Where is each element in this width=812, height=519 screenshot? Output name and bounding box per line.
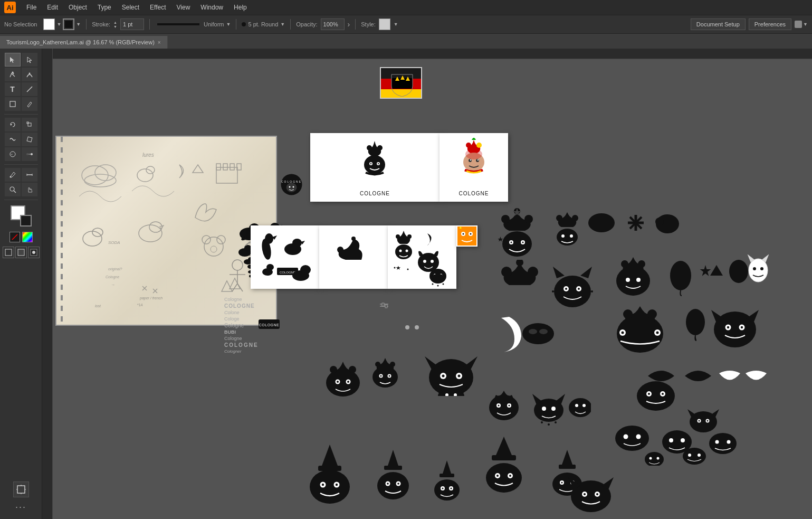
bat-face-bottom-1 xyxy=(322,357,364,401)
svg-rect-3 xyxy=(10,101,15,107)
svg-point-271 xyxy=(486,463,522,493)
mask-mode-icon[interactable] xyxy=(15,247,27,258)
svg-rect-24 xyxy=(17,486,25,493)
line-tool[interactable] xyxy=(22,82,37,96)
svg-point-274 xyxy=(496,475,499,477)
svg-point-179 xyxy=(501,267,512,277)
svg-point-322 xyxy=(709,433,737,454)
svg-text:→: → xyxy=(111,282,115,287)
direct-select-tool[interactable] xyxy=(22,53,37,67)
svg-point-172 xyxy=(588,213,615,232)
normal-mode-icon[interactable] xyxy=(3,247,14,258)
rotate-tool[interactable] xyxy=(5,118,21,131)
svg-text:paper / french: paper / french xyxy=(139,296,163,300)
fill-swatch[interactable] xyxy=(43,18,55,30)
style-swatch[interactable] xyxy=(379,18,390,30)
svg-text:*14: *14 xyxy=(137,303,143,307)
svg-point-205 xyxy=(522,323,554,344)
svg-point-209 xyxy=(415,325,419,329)
menu-help[interactable]: Help xyxy=(230,2,251,13)
svg-point-287 xyxy=(584,493,586,495)
scale-tool[interactable] xyxy=(22,118,37,131)
type-tool[interactable]: T xyxy=(5,82,21,96)
cologne-font-list: Cologne COLOGNE Colone Cologe Cologne BU… xyxy=(224,297,259,354)
text-list-item-4: Cologe xyxy=(224,316,259,322)
curvature-tool[interactable] xyxy=(22,68,37,81)
menu-view[interactable]: View xyxy=(173,2,195,13)
menu-type[interactable]: Type xyxy=(93,2,116,13)
hand-tool[interactable] xyxy=(22,183,37,196)
selection-label: No Selection xyxy=(4,21,37,27)
menu-select[interactable]: Select xyxy=(118,2,144,13)
warp-tool[interactable] xyxy=(5,133,21,146)
eyedropper-tool[interactable] xyxy=(5,168,21,182)
eyedropper-tools-row xyxy=(5,168,37,182)
pen-tool[interactable] xyxy=(5,68,21,81)
opacity-expand[interactable]: › xyxy=(348,20,350,29)
svg-point-145 xyxy=(443,284,444,285)
menu-effect[interactable]: Effect xyxy=(146,2,170,13)
stroke-icon[interactable] xyxy=(63,18,74,30)
gradient-swatch[interactable] xyxy=(22,232,33,242)
svg-point-290 xyxy=(623,309,633,319)
free-transform-tool[interactable] xyxy=(22,133,37,146)
pencil-tool[interactable] xyxy=(22,97,37,111)
canvas-area[interactable]: lures xyxy=(42,49,812,519)
preferences-button[interactable]: Preferences xyxy=(749,18,791,30)
tab-close-button[interactable]: × xyxy=(158,40,161,45)
svg-point-320 xyxy=(669,438,673,442)
svg-point-118 xyxy=(265,233,273,244)
svg-point-324 xyxy=(727,440,731,444)
menu-window[interactable]: Window xyxy=(196,2,227,13)
select-tool[interactable] xyxy=(5,53,21,67)
svg-point-133 xyxy=(406,250,408,252)
shape-tools-row xyxy=(5,97,37,111)
svg-point-257 xyxy=(336,484,338,486)
shape-tool[interactable] xyxy=(5,97,21,111)
svg-marker-226 xyxy=(463,356,477,370)
svg-rect-7 xyxy=(27,137,32,142)
svg-point-207 xyxy=(539,329,548,334)
svg-point-275 xyxy=(509,475,511,477)
svg-text:lures: lures xyxy=(142,152,154,158)
blend-tool[interactable] xyxy=(22,147,37,161)
svg-point-89 xyxy=(378,163,379,164)
svg-point-265 xyxy=(434,479,460,501)
stroke-box-dropdown[interactable]: ▼ xyxy=(76,22,81,27)
stroke-spinner[interactable]: ▲ ▼ xyxy=(113,21,117,29)
measure-tool[interactable] xyxy=(22,168,37,182)
stroke-color-swatch[interactable] xyxy=(20,215,32,227)
zoom-tool[interactable] xyxy=(5,183,21,196)
left-toolbar: T * xyxy=(0,49,42,519)
text-list-item-6: BUBI xyxy=(224,329,259,335)
warp-tools-row xyxy=(5,133,37,146)
more-tools-button[interactable]: ··· xyxy=(15,502,26,513)
eyes-shapes xyxy=(404,322,420,334)
color-swatches[interactable] xyxy=(11,205,32,227)
stroke-value-input[interactable] xyxy=(120,18,144,30)
svg-point-91 xyxy=(466,143,471,148)
svg-point-167 xyxy=(556,215,562,221)
menu-edit[interactable]: Edit xyxy=(43,2,62,13)
menu-object[interactable]: Object xyxy=(64,2,91,13)
stroke-style-selector[interactable]: Uniform ▼ xyxy=(155,21,231,27)
artboard-tool-icon[interactable] xyxy=(13,482,29,497)
svg-line-19 xyxy=(12,234,17,240)
document-setup-button[interactable]: Document Setup xyxy=(691,18,746,30)
presentation-mode-icon[interactable] xyxy=(28,247,40,258)
svg-point-321 xyxy=(681,438,685,442)
opacity-input[interactable] xyxy=(321,18,345,30)
brush-selector[interactable]: 5 pt. Round ▼ xyxy=(242,21,285,27)
document-tab[interactable]: TourismLogo_KatherenLam.ai @ 16.67 % (RG… xyxy=(0,36,168,49)
style-dropdown[interactable]: ▼ xyxy=(394,22,398,27)
arrange-icon[interactable]: ▼ xyxy=(795,21,808,28)
none-swatch[interactable] xyxy=(9,232,20,242)
symbol-tool[interactable]: * xyxy=(5,147,21,161)
svg-point-137 xyxy=(394,267,396,269)
color-mode-row xyxy=(9,232,33,242)
fill-dropdown[interactable]: ▼ xyxy=(56,22,61,27)
tab-bar: TourismLogo_KatherenLam.ai @ 16.67 % (RG… xyxy=(0,34,812,49)
svg-point-295 xyxy=(656,332,659,334)
menu-file[interactable]: File xyxy=(22,2,41,13)
svg-point-129 xyxy=(396,234,400,239)
